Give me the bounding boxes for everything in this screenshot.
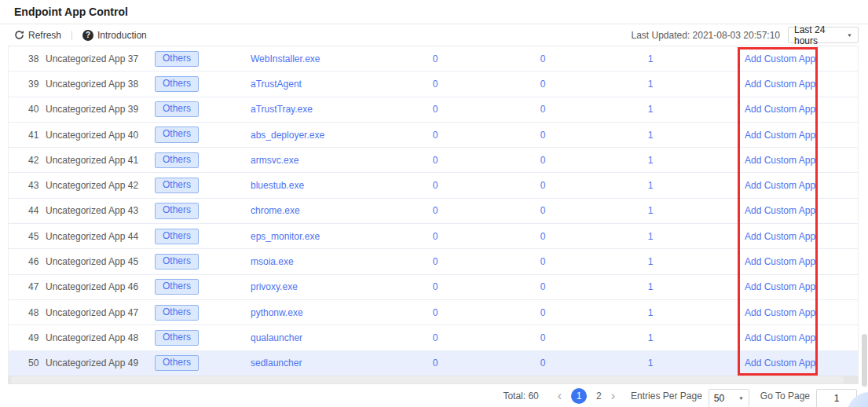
horizontal-scrollbar[interactable] <box>8 376 859 384</box>
count-link-2[interactable]: 0 <box>540 180 546 191</box>
count-link-1[interactable]: 0 <box>433 358 438 368</box>
introduction-button[interactable]: ? Introduction <box>82 30 147 41</box>
add-custom-app-link[interactable]: Add Custom App <box>745 104 815 115</box>
count-link-2[interactable]: 0 <box>540 231 546 242</box>
introduction-label: Introduction <box>97 30 147 41</box>
add-custom-app-link[interactable]: Add Custom App <box>745 130 815 141</box>
add-custom-app-link[interactable]: Add Custom App <box>745 180 815 191</box>
count-link-3[interactable]: 1 <box>648 79 654 90</box>
add-custom-app-link[interactable]: Add Custom App <box>745 358 815 368</box>
category-badge: Others <box>155 76 199 92</box>
category-badge: Others <box>155 51 199 67</box>
add-custom-app-link[interactable]: Add Custom App <box>745 53 815 64</box>
add-custom-app-link[interactable]: Add Custom App <box>745 281 815 292</box>
row-index: 48 <box>9 307 46 318</box>
add-custom-app-link[interactable]: Add Custom App <box>745 332 815 343</box>
table-row: 49 Uncategorized App 48 Others qualaunch… <box>9 325 858 350</box>
category-badge: Others <box>155 355 199 371</box>
add-custom-app-link[interactable]: Add Custom App <box>745 231 815 242</box>
count-link-3[interactable]: 1 <box>648 53 654 64</box>
process-link[interactable]: aTrustAgent <box>251 79 302 90</box>
count-link-1[interactable]: 0 <box>433 307 438 318</box>
table-row: 44 Uncategorized App 43 Others chrome.ex… <box>9 199 858 224</box>
count-link-1[interactable]: 0 <box>433 332 438 343</box>
process-link[interactable]: qualauncher <box>251 332 302 343</box>
process-link[interactable]: eps_monitor.exe <box>251 231 320 242</box>
count-link-1[interactable]: 0 <box>433 79 438 90</box>
count-link-2[interactable]: 0 <box>540 256 546 267</box>
table-row: 46 Uncategorized App 45 Others msoia.exe… <box>9 249 858 274</box>
add-custom-app-link[interactable]: Add Custom App <box>745 205 815 216</box>
count-link-3[interactable]: 1 <box>648 155 654 166</box>
count-link-2[interactable]: 0 <box>540 332 546 343</box>
prev-page-button[interactable]: ‹ <box>553 390 566 402</box>
process-link[interactable]: msoia.exe <box>251 256 294 267</box>
app-display-name: Uncategorized App 44 <box>46 231 155 242</box>
count-link-2[interactable]: 0 <box>540 358 546 368</box>
vertical-scrollbar-thumb[interactable] <box>862 334 867 387</box>
row-index: 50 <box>9 358 46 368</box>
count-link-3[interactable]: 1 <box>648 358 654 368</box>
category-badge: Others <box>155 229 199 244</box>
process-link[interactable]: sedlauncher <box>251 358 302 368</box>
count-link-1[interactable]: 0 <box>433 130 438 141</box>
entries-per-page-select[interactable]: 50 ▼ <box>709 389 749 407</box>
category-badge: Others <box>155 203 199 218</box>
count-link-2[interactable]: 0 <box>540 281 546 292</box>
process-link[interactable]: aTrustTray.exe <box>251 104 313 115</box>
app-display-name: Uncategorized App 45 <box>46 256 155 267</box>
row-index: 47 <box>9 281 46 292</box>
page-title: Endpoint App Control <box>14 6 128 18</box>
count-link-2[interactable]: 0 <box>540 307 546 318</box>
count-link-1[interactable]: 0 <box>433 256 438 267</box>
row-index: 45 <box>9 231 46 242</box>
count-link-3[interactable]: 1 <box>648 180 654 191</box>
count-link-3[interactable]: 1 <box>648 281 654 292</box>
count-link-2[interactable]: 0 <box>540 53 546 64</box>
add-custom-app-link[interactable]: Add Custom App <box>745 256 815 267</box>
page-button-2[interactable]: 2 <box>591 390 606 402</box>
count-link-1[interactable]: 0 <box>433 231 438 242</box>
count-link-1[interactable]: 0 <box>433 180 438 191</box>
count-link-3[interactable]: 1 <box>648 104 654 115</box>
count-link-3[interactable]: 1 <box>648 130 654 141</box>
count-link-1[interactable]: 0 <box>433 281 438 292</box>
time-range-select[interactable]: Last 24 hours ▼ <box>788 27 859 43</box>
process-link[interactable]: pythonw.exe <box>251 307 303 318</box>
process-link[interactable]: abs_deployer.exe <box>251 130 324 141</box>
count-link-3[interactable]: 1 <box>648 231 654 242</box>
app-display-name: Uncategorized App 43 <box>46 205 155 216</box>
count-link-3[interactable]: 1 <box>648 307 654 318</box>
add-custom-app-link[interactable]: Add Custom App <box>745 155 815 166</box>
count-link-3[interactable]: 1 <box>648 205 654 216</box>
page-button-current[interactable]: 1 <box>571 388 587 404</box>
process-link[interactable]: armsvc.exe <box>251 155 298 166</box>
count-link-1[interactable]: 0 <box>433 53 438 64</box>
count-link-2[interactable]: 0 <box>540 205 546 216</box>
row-index: 49 <box>9 332 46 343</box>
refresh-button[interactable]: Refresh <box>14 30 61 41</box>
process-link[interactable]: privoxy.exe <box>251 281 298 292</box>
count-link-2[interactable]: 0 <box>540 130 546 141</box>
process-link[interactable]: WebInstaller.exe <box>251 53 320 64</box>
count-link-2[interactable]: 0 <box>540 79 546 90</box>
total-count: Total: 60 <box>503 390 538 402</box>
table-row: 50 Uncategorized App 49 Others sedlaunch… <box>9 351 858 376</box>
table-row: 47 Uncategorized App 46 Others privoxy.e… <box>9 275 858 300</box>
add-custom-app-link[interactable]: Add Custom App <box>745 79 815 90</box>
next-page-button[interactable]: › <box>606 390 620 402</box>
count-link-1[interactable]: 0 <box>433 205 438 216</box>
count-link-3[interactable]: 1 <box>648 256 654 267</box>
process-link[interactable]: bluestub.exe <box>251 180 304 191</box>
table-row: 38 Uncategorized App 37 Others WebInstal… <box>9 46 858 72</box>
count-link-1[interactable]: 0 <box>433 155 438 166</box>
horizontal-scrollbar-thumb[interactable] <box>11 376 844 383</box>
count-link-1[interactable]: 0 <box>433 104 438 115</box>
add-custom-app-link[interactable]: Add Custom App <box>745 307 815 318</box>
refresh-label: Refresh <box>28 30 61 41</box>
count-link-2[interactable]: 0 <box>540 104 546 115</box>
count-link-2[interactable]: 0 <box>540 155 546 166</box>
table-row: 42 Uncategorized App 41 Others armsvc.ex… <box>9 148 858 173</box>
count-link-3[interactable]: 1 <box>648 332 654 343</box>
process-link[interactable]: chrome.exe <box>251 205 300 216</box>
